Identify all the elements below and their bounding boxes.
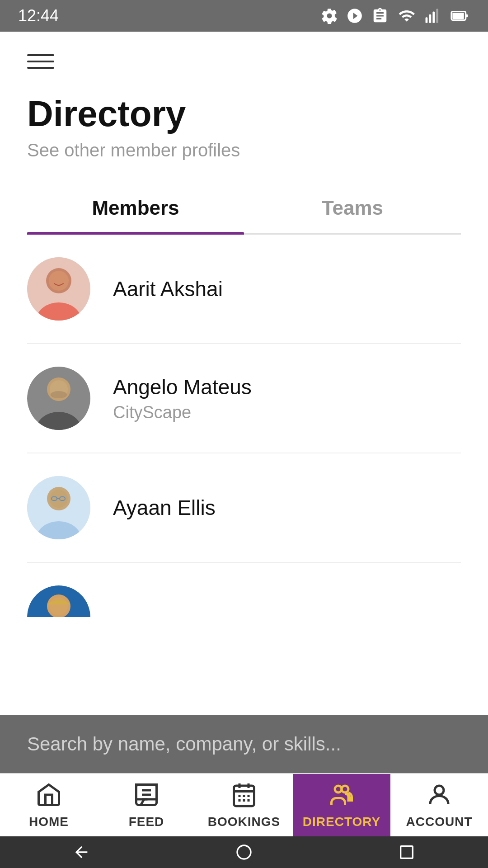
avatar [27,585,90,617]
nav-label-directory: DIRECTORY [303,815,380,829]
member-info: Angelo Mateus CityScape [113,375,252,422]
recents-button[interactable] [395,841,418,863]
nav-label-account: ACCOUNT [406,815,473,829]
signal-icon [425,7,442,24]
list-item[interactable]: Ayaan Ellis [27,453,461,563]
avatar [27,367,90,430]
nav-item-feed[interactable]: FEED [98,774,195,836]
avatar-image [27,476,90,539]
header: Directory See other member profiles [0,32,488,160]
nav-label-bookings: BOOKINGS [208,815,280,829]
svg-rect-0 [426,17,428,23]
avatar [27,476,90,539]
page-title: Directory [27,96,461,132]
svg-point-10 [49,271,69,291]
page-subtitle: See other member profiles [27,140,461,160]
wifi-icon [397,7,417,24]
home-button[interactable] [233,841,255,863]
nav-item-account[interactable]: ACCOUNT [390,774,488,836]
member-info: Aarit Akshai [113,277,223,301]
settings-icon [321,7,338,24]
status-bar: 12:44 [0,0,488,32]
tab-members[interactable]: Members [27,197,244,233]
hamburger-menu[interactable] [27,54,54,69]
battery-icon [450,7,470,24]
directory-icon [328,781,355,810]
svg-rect-5 [452,13,464,19]
bottom-nav: HOME FEED [0,773,488,836]
list-item[interactable] [27,563,461,617]
list-item[interactable]: Angelo Mateus CityScape [27,344,461,453]
svg-rect-42 [401,846,413,859]
clipboard-icon [371,7,389,24]
account-icon [426,781,453,810]
member-name: Ayaan Ellis [113,495,216,520]
tabs: Members Teams [27,197,461,235]
back-button[interactable] [70,841,93,863]
svg-rect-3 [436,9,438,23]
status-icons [321,7,470,24]
avatar [27,257,90,321]
tab-teams[interactable]: Teams [244,197,461,233]
svg-point-15 [51,391,67,398]
nav-item-home[interactable]: HOME [0,774,98,836]
nav-item-bookings[interactable]: BOOKINGS [195,774,293,836]
svg-rect-6 [466,14,468,17]
nav-item-directory[interactable]: DIRECTORY [293,774,390,836]
member-company: CityScape [113,403,252,422]
member-name: Angelo Mateus [113,375,252,399]
media-icon [346,7,363,24]
search-overlay[interactable]: Search by name, company, or skills... [0,715,488,773]
home-icon [35,781,62,810]
svg-point-40 [435,786,444,795]
member-info: Ayaan Ellis [113,495,216,520]
svg-point-41 [237,845,251,859]
search-input[interactable]: Search by name, company, or skills... [27,733,341,755]
nav-label-home: HOME [29,815,69,829]
status-time: 12:44 [18,6,59,25]
avatar-image [27,257,90,321]
nav-label-feed: FEED [129,815,164,829]
avatar-image [27,585,90,617]
members-list: Aarit Akshai Angelo Mateus CityScape [0,235,488,617]
svg-point-39 [342,786,348,793]
feed-icon [133,781,160,810]
member-name: Aarit Akshai [113,277,223,301]
list-item[interactable]: Aarit Akshai [27,235,461,344]
bookings-icon [230,781,258,810]
svg-rect-1 [429,14,432,23]
svg-rect-2 [432,12,435,23]
system-bar [0,836,488,868]
avatar-image [27,367,90,430]
